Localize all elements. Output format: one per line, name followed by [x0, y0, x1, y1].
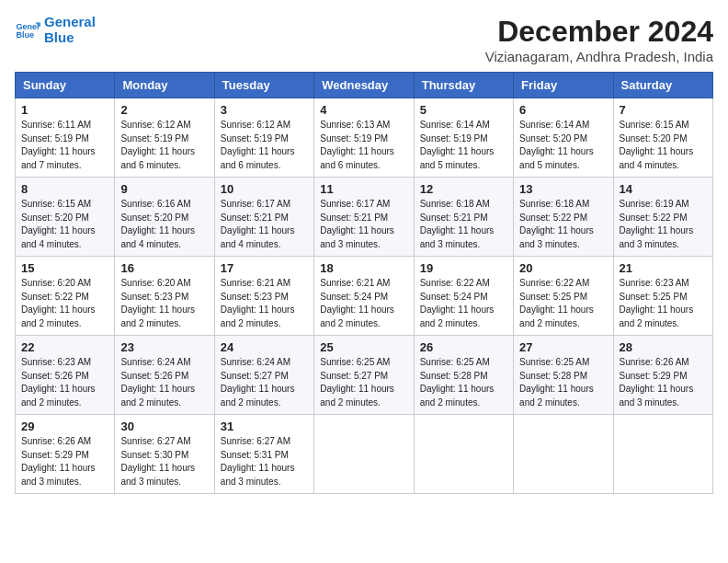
cell-details: Sunrise: 6:21 AM Sunset: 5:24 PM Dayligh… — [320, 277, 407, 330]
table-cell: 2Sunrise: 6:12 AM Sunset: 5:19 PM Daylig… — [115, 98, 214, 178]
day-number: 4 — [320, 103, 407, 117]
header-saturday: Saturday — [613, 73, 712, 98]
day-number: 22 — [21, 340, 108, 354]
day-number: 19 — [420, 261, 507, 275]
cell-details: Sunrise: 6:18 AM Sunset: 5:21 PM Dayligh… — [420, 198, 507, 251]
table-cell: 29Sunrise: 6:26 AM Sunset: 5:29 PM Dayli… — [16, 415, 115, 494]
cell-details: Sunrise: 6:17 AM Sunset: 5:21 PM Dayligh… — [221, 198, 308, 251]
table-cell: 13Sunrise: 6:18 AM Sunset: 5:22 PM Dayli… — [514, 178, 613, 257]
day-number: 16 — [120, 261, 208, 275]
table-cell: 11Sunrise: 6:17 AM Sunset: 5:21 PM Dayli… — [314, 178, 414, 257]
table-cell: 5Sunrise: 6:14 AM Sunset: 5:19 PM Daylig… — [414, 98, 513, 178]
header-thursday: Thursday — [414, 73, 513, 98]
cell-details: Sunrise: 6:23 AM Sunset: 5:25 PM Dayligh… — [620, 277, 707, 330]
cell-details: Sunrise: 6:16 AM Sunset: 5:20 PM Dayligh… — [120, 198, 208, 251]
day-number: 8 — [21, 182, 108, 196]
logo[interactable]: General Blue General Blue — [15, 15, 96, 45]
cell-details: Sunrise: 6:25 AM Sunset: 5:27 PM Dayligh… — [320, 356, 407, 409]
calendar-header-row: SundayMondayTuesdayWednesdayThursdayFrid… — [16, 73, 713, 98]
cell-details: Sunrise: 6:24 AM Sunset: 5:27 PM Dayligh… — [221, 356, 308, 409]
cell-details: Sunrise: 6:13 AM Sunset: 5:19 PM Dayligh… — [320, 119, 407, 172]
header-friday: Friday — [514, 73, 613, 98]
day-number: 5 — [420, 103, 507, 117]
table-cell: 19Sunrise: 6:22 AM Sunset: 5:24 PM Dayli… — [414, 257, 513, 336]
day-number: 20 — [519, 261, 607, 275]
day-number: 1 — [21, 103, 108, 117]
svg-text:Blue: Blue — [16, 30, 34, 40]
week-row-2: 8Sunrise: 6:15 AM Sunset: 5:20 PM Daylig… — [16, 178, 713, 257]
day-number: 28 — [620, 340, 707, 354]
cell-details: Sunrise: 6:24 AM Sunset: 5:26 PM Dayligh… — [120, 356, 208, 409]
week-row-3: 15Sunrise: 6:20 AM Sunset: 5:22 PM Dayli… — [16, 257, 713, 336]
table-cell: 9Sunrise: 6:16 AM Sunset: 5:20 PM Daylig… — [115, 178, 214, 257]
day-number: 31 — [221, 419, 308, 433]
day-number: 21 — [620, 261, 707, 275]
cell-details: Sunrise: 6:25 AM Sunset: 5:28 PM Dayligh… — [519, 356, 607, 409]
week-row-4: 22Sunrise: 6:23 AM Sunset: 5:26 PM Dayli… — [16, 336, 713, 415]
table-cell: 15Sunrise: 6:20 AM Sunset: 5:22 PM Dayli… — [16, 257, 115, 336]
cell-details: Sunrise: 6:15 AM Sunset: 5:20 PM Dayligh… — [620, 119, 707, 172]
header-monday: Monday — [115, 73, 214, 98]
day-number: 9 — [120, 182, 208, 196]
day-number: 17 — [221, 261, 308, 275]
logo-line1: General — [44, 15, 96, 30]
cell-details: Sunrise: 6:26 AM Sunset: 5:29 PM Dayligh… — [620, 356, 707, 409]
table-cell — [514, 415, 613, 494]
cell-details: Sunrise: 6:20 AM Sunset: 5:23 PM Dayligh… — [120, 277, 208, 330]
logo-line2: Blue — [44, 30, 96, 46]
day-number: 30 — [120, 419, 208, 433]
day-number: 13 — [519, 182, 607, 196]
table-cell — [314, 415, 414, 494]
day-number: 18 — [320, 261, 407, 275]
cell-details: Sunrise: 6:27 AM Sunset: 5:31 PM Dayligh… — [221, 435, 308, 488]
header-wednesday: Wednesday — [314, 73, 414, 98]
day-number: 27 — [519, 340, 607, 354]
cell-details: Sunrise: 6:12 AM Sunset: 5:19 PM Dayligh… — [120, 119, 208, 172]
cell-details: Sunrise: 6:15 AM Sunset: 5:20 PM Dayligh… — [21, 198, 108, 251]
day-number: 7 — [620, 103, 707, 117]
table-cell: 14Sunrise: 6:19 AM Sunset: 5:22 PM Dayli… — [613, 178, 712, 257]
table-cell: 20Sunrise: 6:22 AM Sunset: 5:25 PM Dayli… — [514, 257, 613, 336]
cell-details: Sunrise: 6:21 AM Sunset: 5:23 PM Dayligh… — [221, 277, 308, 330]
cell-details: Sunrise: 6:23 AM Sunset: 5:26 PM Dayligh… — [21, 356, 108, 409]
cell-details: Sunrise: 6:14 AM Sunset: 5:20 PM Dayligh… — [519, 119, 607, 172]
calendar-table: SundayMondayTuesdayWednesdayThursdayFrid… — [15, 72, 713, 494]
cell-details: Sunrise: 6:11 AM Sunset: 5:19 PM Dayligh… — [21, 119, 108, 172]
cell-details: Sunrise: 6:19 AM Sunset: 5:22 PM Dayligh… — [620, 198, 707, 251]
table-cell: 4Sunrise: 6:13 AM Sunset: 5:19 PM Daylig… — [314, 98, 414, 178]
table-cell: 26Sunrise: 6:25 AM Sunset: 5:28 PM Dayli… — [414, 336, 513, 415]
week-row-5: 29Sunrise: 6:26 AM Sunset: 5:29 PM Dayli… — [16, 415, 713, 494]
table-cell — [414, 415, 513, 494]
day-number: 23 — [120, 340, 208, 354]
table-cell — [613, 415, 712, 494]
table-cell: 7Sunrise: 6:15 AM Sunset: 5:20 PM Daylig… — [613, 98, 712, 178]
table-cell: 27Sunrise: 6:25 AM Sunset: 5:28 PM Dayli… — [514, 336, 613, 415]
cell-details: Sunrise: 6:18 AM Sunset: 5:22 PM Dayligh… — [519, 198, 607, 251]
table-cell: 8Sunrise: 6:15 AM Sunset: 5:20 PM Daylig… — [16, 178, 115, 257]
header-sunday: Sunday — [16, 73, 115, 98]
day-number: 12 — [420, 182, 507, 196]
day-number: 11 — [320, 182, 407, 196]
table-cell: 30Sunrise: 6:27 AM Sunset: 5:30 PM Dayli… — [115, 415, 214, 494]
table-cell: 3Sunrise: 6:12 AM Sunset: 5:19 PM Daylig… — [214, 98, 313, 178]
cell-details: Sunrise: 6:25 AM Sunset: 5:28 PM Dayligh… — [420, 356, 507, 409]
day-number: 26 — [420, 340, 507, 354]
day-number: 3 — [221, 103, 308, 117]
location: Vizianagaram, Andhra Pradesh, India — [485, 49, 713, 64]
cell-details: Sunrise: 6:12 AM Sunset: 5:19 PM Dayligh… — [221, 119, 308, 172]
table-cell: 6Sunrise: 6:14 AM Sunset: 5:20 PM Daylig… — [514, 98, 613, 178]
page-header: General Blue General Blue December 2024 … — [15, 15, 713, 64]
table-cell: 12Sunrise: 6:18 AM Sunset: 5:21 PM Dayli… — [414, 178, 513, 257]
table-cell: 28Sunrise: 6:26 AM Sunset: 5:29 PM Dayli… — [613, 336, 712, 415]
table-cell: 23Sunrise: 6:24 AM Sunset: 5:26 PM Dayli… — [115, 336, 214, 415]
cell-details: Sunrise: 6:20 AM Sunset: 5:22 PM Dayligh… — [21, 277, 108, 330]
table-cell: 17Sunrise: 6:21 AM Sunset: 5:23 PM Dayli… — [214, 257, 313, 336]
logo-icon: General Blue — [15, 17, 40, 43]
day-number: 10 — [221, 182, 308, 196]
day-number: 25 — [320, 340, 407, 354]
month-title: December 2024 — [485, 15, 713, 49]
table-cell: 22Sunrise: 6:23 AM Sunset: 5:26 PM Dayli… — [16, 336, 115, 415]
table-cell: 21Sunrise: 6:23 AM Sunset: 5:25 PM Dayli… — [613, 257, 712, 336]
cell-details: Sunrise: 6:27 AM Sunset: 5:30 PM Dayligh… — [120, 435, 208, 488]
table-cell: 18Sunrise: 6:21 AM Sunset: 5:24 PM Dayli… — [314, 257, 414, 336]
